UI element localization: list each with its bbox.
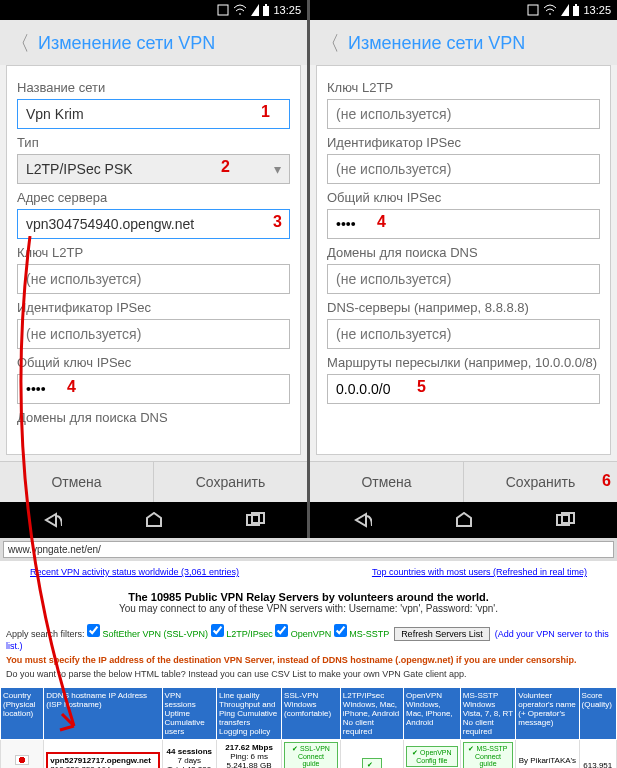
ssl-guide[interactable]: SSL-VPN Connect guide (284, 742, 338, 768)
back-icon[interactable]: 〈 (10, 30, 30, 57)
wifi-icon (233, 4, 247, 16)
dialog-header: 〈 Изменение сети VPN (0, 20, 307, 65)
save-button[interactable]: Сохранить6 (463, 461, 617, 502)
home-nav-icon[interactable] (145, 512, 163, 528)
dns-servers-input[interactable] (327, 319, 600, 349)
type-select[interactable]: L2TP/IPSec PSK (17, 154, 290, 184)
th-l2tp: L2TP/IPsec Windows, Mac, iPhone, Android… (340, 688, 403, 740)
filters-label: Apply search filters: (6, 629, 85, 639)
servers-table: Country (Physical location) DDNS hostnam… (0, 687, 617, 768)
subheadline: You may connect to any of these VPN serv… (0, 603, 617, 614)
top-countries-link[interactable]: Top countries with most users (Refreshed… (372, 567, 587, 577)
ipsec-key-label: Общий ключ IPSec (17, 355, 290, 370)
ipsec-key-input[interactable] (17, 374, 290, 404)
svg-rect-2 (265, 4, 267, 6)
th-country: Country (Physical location) (1, 688, 44, 740)
server-label: Адрес сервера (17, 190, 290, 205)
th-host: DDNS hostname IP Address (ISP hostname) (44, 688, 162, 740)
dialog-title: Изменение сети VPN (38, 33, 215, 54)
wifi-icon (543, 4, 557, 16)
marker-4a: 4 (67, 378, 76, 396)
dialog-title: Изменение сети VPN (348, 33, 525, 54)
th-ssl: SSL-VPN Windows (comfortable) (282, 688, 341, 740)
l2tp-label: Ключ L2TP (327, 80, 600, 95)
marker-5: 5 (417, 378, 426, 396)
filter-ovpn[interactable] (275, 624, 288, 637)
parse-hint: Do you want to parse the below HTML tabl… (0, 667, 617, 681)
dns-label: Домены для поиска DNS (17, 410, 290, 425)
ipsec-key-input[interactable] (327, 209, 600, 239)
ipsec-id-label: Идентификатор IPSec (327, 135, 600, 150)
warning-text: You must specify the IP address of the d… (6, 655, 576, 665)
table-row[interactable]: Japan vpn527912717.opengw.net210.239.250… (1, 740, 617, 769)
marker-2: 2 (221, 158, 230, 176)
marker-6: 6 (602, 472, 611, 490)
recent-nav-icon[interactable] (556, 512, 576, 528)
battery-icon (573, 4, 579, 16)
flag-jp-icon (15, 755, 29, 765)
navbar (0, 502, 307, 538)
ipsec-id-input[interactable] (17, 319, 290, 349)
dns-label: Домены для поиска DNS (327, 245, 600, 260)
back-icon[interactable]: 〈 (320, 30, 340, 57)
status-bar: 13:25 (0, 0, 307, 20)
filter-ssl[interactable] (87, 624, 100, 637)
clock: 13:25 (583, 4, 611, 16)
url-bar: www.vpngate.net/en/ (0, 538, 617, 561)
refresh-button[interactable]: Refresh Servers List (394, 627, 490, 641)
svg-rect-7 (575, 4, 577, 6)
marker-3: 3 (273, 213, 282, 231)
cancel-button[interactable]: Отмена (0, 461, 153, 502)
type-label: Тип (17, 135, 290, 150)
svg-rect-0 (218, 5, 228, 15)
sstp-guide[interactable]: MS-SSTP Connect guide (463, 742, 514, 768)
ipsec-id-input[interactable] (327, 154, 600, 184)
back-nav-icon[interactable] (352, 512, 372, 528)
ovpn-guide[interactable]: OpenVPN Config file (406, 746, 458, 767)
l2tp-label: Ключ L2TP (17, 245, 290, 260)
routes-label: Маршруты пересылки (например, 10.0.0.0/8… (327, 355, 600, 370)
th-sstp: MS-SSTP Windows Vista, 7, 8, RT No clien… (460, 688, 516, 740)
name-label: Название сети (17, 80, 290, 95)
ipsec-key-label: Общий ключ IPSec (327, 190, 600, 205)
svg-rect-1 (263, 6, 269, 16)
marker-1: 1 (261, 103, 270, 121)
dialog-header: 〈 Изменение сети VPN (310, 20, 617, 65)
headline: The 10985 Public VPN Relay Servers by vo… (128, 591, 489, 603)
marker-4b: 4 (377, 213, 386, 231)
status-bar: 13:25 (310, 0, 617, 20)
l2tp-check-icon (362, 758, 382, 768)
save-button[interactable]: Сохранить (153, 461, 307, 502)
th-ovpn: OpenVPN Windows, Mac, iPhone, Android (403, 688, 460, 740)
ipsec-id-label: Идентификатор IPSec (17, 300, 290, 315)
cancel-button[interactable]: Отмена (310, 461, 463, 502)
filter-l2tp[interactable] (211, 624, 224, 637)
name-input[interactable] (17, 99, 290, 129)
recent-nav-icon[interactable] (246, 512, 266, 528)
battery-icon (263, 4, 269, 16)
server-input[interactable] (17, 209, 290, 239)
l2tp-input[interactable] (17, 264, 290, 294)
dns-servers-label: DNS-серверы (например, 8.8.8.8) (327, 300, 600, 315)
th-quality: Line quality Throughput and Ping Cumulat… (217, 688, 282, 740)
l2tp-input[interactable] (327, 99, 600, 129)
home-nav-icon[interactable] (455, 512, 473, 528)
nfc-icon (217, 4, 229, 16)
signal-icon (561, 4, 569, 16)
nfc-icon (527, 4, 539, 16)
filter-sstp[interactable] (334, 624, 347, 637)
clock: 13:25 (273, 4, 301, 16)
th-sessions: VPN sessions Uptime Cumulative users (162, 688, 216, 740)
dns-input[interactable] (327, 264, 600, 294)
th-owner: Volunteer operator's name (+ Operator's … (516, 688, 579, 740)
svg-rect-6 (573, 6, 579, 16)
url-input[interactable]: www.vpngate.net/en/ (3, 541, 614, 558)
signal-icon (251, 4, 259, 16)
recent-link[interactable]: Recent VPN activity status worldwide (3,… (30, 567, 239, 577)
th-score: Score (Quality) (579, 688, 616, 740)
svg-rect-5 (528, 5, 538, 15)
routes-input[interactable] (327, 374, 600, 404)
navbar (310, 502, 617, 538)
back-nav-icon[interactable] (42, 512, 62, 528)
